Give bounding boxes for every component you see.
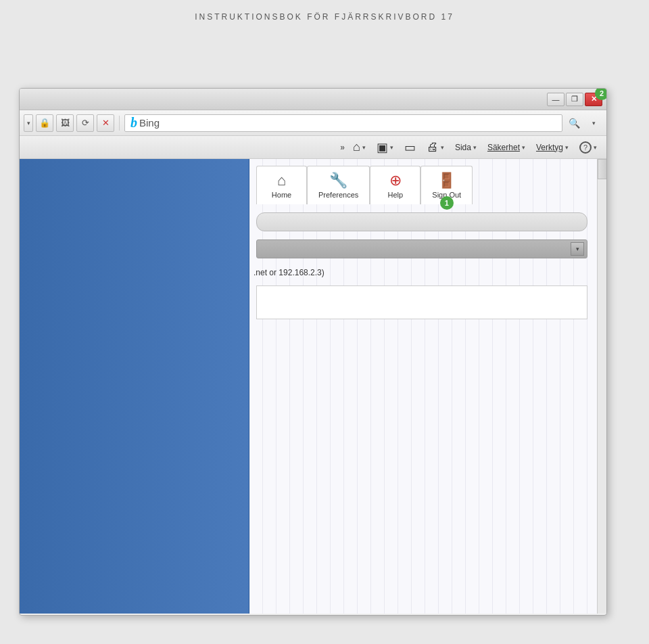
verktyg-arrow: ▾ [565,144,569,151]
browser-window: — ❐ ✕ 2 ▾ 🔒 🖼 ⟳ ✕ b [19,88,607,616]
verktyg-label: Verktyg [536,143,563,152]
toolbar-area: ▾ 🔒 🖼 ⟳ ✕ b Bing 🔍 ▾ [20,110,606,136]
lock-icon: 🔒 [36,114,53,132]
sida-label: Sida [455,143,471,152]
text-input-box[interactable] [256,285,587,319]
signout-tab-icon: 🚪 [437,172,456,189]
command-bar: » ⌂ ▾ ▣ ▾ ▭ 🖨 ▾ Sida ▾ [20,136,606,159]
sida-arrow: ▾ [473,144,477,151]
page-background: INSTRUKTIONSBOK FÖR FJÄRRSKRIVBORD 17 — … [0,0,649,42]
feeds-cmd-icon: ▣ [377,140,388,155]
sakerhet-menu[interactable]: Säkerhet ▾ [485,141,528,154]
home-cmd-arrow: ▾ [362,144,366,151]
feeds-cmd-arrow: ▾ [390,144,393,151]
tab-cmd-button[interactable]: ▭ [402,139,418,156]
tab-help[interactable]: ⊕ Help [370,166,420,204]
search-area: 🔍 ▾ [565,114,602,132]
search-button[interactable]: 🔍 [565,114,583,132]
title-bar: — ❐ ✕ 2 [20,89,606,110]
minimize-button[interactable]: — [547,93,564,106]
badge-2: 2 [595,88,607,100]
home-cmd-icon: ⌂ [353,140,360,154]
bing-logo: b Bing [130,115,160,131]
print-cmd-icon: 🖨 [427,140,439,154]
print-cmd-arrow: ▾ [441,144,444,151]
page-header: INSTRUKTIONSBOK FÖR FJÄRRSKRIVBORD 17 [0,0,649,42]
select-row: ▾ [256,239,600,258]
help-cmd-button[interactable]: ? ▾ [577,140,600,155]
text-input-row [256,285,600,319]
nav-tabs: ⌂ Home 🔧 Preferences ⊕ Help 🚪 S [249,159,606,204]
home-tab-icon: ⌂ [277,172,286,189]
signout-tab-wrapper: 🚪 Sign Out 1 [420,166,473,204]
input-row [256,212,600,231]
separator [119,116,120,131]
feeds-cmd-button[interactable]: ▣ ▾ [374,139,396,156]
home-cmd-button[interactable]: ⌂ ▾ [350,139,368,156]
print-cmd-button[interactable]: 🖨 ▾ [424,139,447,156]
tab-home[interactable]: ⌂ Home [256,166,307,204]
preferences-tab-icon: 🔧 [329,172,347,189]
home-tab-label: Home [272,191,291,199]
sida-menu[interactable]: Sida ▾ [452,141,479,154]
image-icon: 🖼 [56,114,74,132]
ip-text: .net or 192.168.2.3) [254,268,606,277]
help-tab-icon: ⊕ [389,172,402,189]
badge-1: 1 [440,196,454,210]
select-arrow-icon[interactable]: ▾ [571,242,584,256]
address-bar[interactable]: b Bing [124,114,562,132]
help-tab-label: Help [388,191,404,199]
help-cmd-icon: ? [579,141,592,154]
refresh-button[interactable]: ⟳ [76,114,94,132]
more-icon: » [340,143,345,152]
help-cmd-arrow: ▾ [594,144,597,151]
stop-button[interactable]: ✕ [97,114,114,132]
sakerhet-arrow: ▾ [522,144,525,151]
select-dropdown[interactable]: ▾ [256,239,587,258]
main-content: ⌂ Home 🔧 Preferences ⊕ Help 🚪 S [249,159,606,614]
input-field[interactable] [256,212,587,231]
tab-cmd-icon: ▭ [404,140,416,155]
bing-label: Bing [139,117,160,129]
window-controls: — ❐ ✕ 2 [547,93,602,106]
restore-button[interactable]: ❐ [566,93,583,106]
left-sidebar [20,159,249,614]
close-button[interactable]: ✕ 2 [585,93,602,106]
bing-b-icon: b [130,115,137,131]
search-dropdown-button[interactable]: ▾ [585,114,602,132]
scrollbar[interactable] [597,159,606,614]
scroll-thumb[interactable] [598,159,606,179]
tab-preferences[interactable]: 🔧 Preferences [307,166,370,204]
back-dropdown-button[interactable]: ▾ [24,114,33,132]
sakerhet-label: Säkerhet [487,143,520,152]
browser-content: ⌂ Home 🔧 Preferences ⊕ Help 🚪 S [20,159,606,614]
verktyg-menu[interactable]: Verktyg ▾ [533,141,571,154]
preferences-tab-label: Preferences [318,191,358,199]
